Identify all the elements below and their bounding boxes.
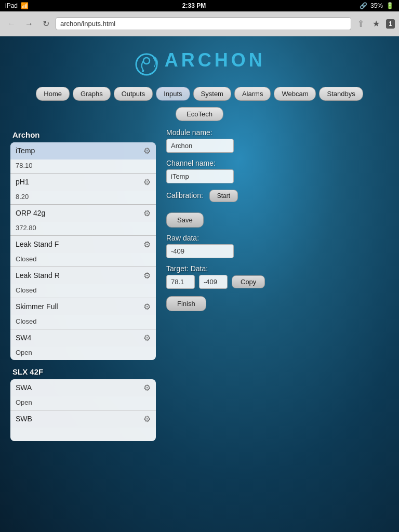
device-header-orp[interactable]: ORP 42g ⚙ (10, 205, 156, 222)
device-name-orp: ORP 42g (16, 209, 45, 217)
device-item-swb[interactable]: SWB ⚙ (10, 410, 156, 441)
nav-inputs[interactable]: Inputs (156, 87, 190, 101)
device-item-skimmer-full[interactable]: Skimmer Full ⚙ Closed (10, 298, 156, 329)
nav-bar: Home Graphs Outputs Inputs System Alarms… (10, 83, 389, 105)
back-button[interactable]: ← (4, 17, 19, 31)
url-input[interactable] (56, 17, 351, 30)
gear-icon-leak-stand-r[interactable]: ⚙ (143, 271, 151, 281)
status-bar-time: 2:33 PM (182, 2, 206, 9)
target-value-input[interactable] (166, 275, 195, 289)
logo-text: ARCHON (165, 49, 265, 71)
raw-data-label: Raw data: (166, 234, 389, 242)
gear-icon-sw4[interactable]: ⚙ (143, 333, 151, 343)
logo-area: ARCHON (10, 42, 389, 83)
main-content: ARCHON Home Graphs Outputs Inputs System… (0, 36, 399, 451)
device-list-archon: iTemp ⚙ 78.10 pH1 ⚙ 8.20 ORP 42g ⚙ (10, 142, 156, 360)
device-item-leak-stand-f[interactable]: Leak Stand F ⚙ Closed (10, 236, 156, 267)
gear-icon-leak-stand-f[interactable]: ⚙ (143, 240, 151, 249)
gear-icon-swa[interactable]: ⚙ (143, 383, 151, 393)
nav-webcam[interactable]: Webcam (274, 87, 316, 101)
gear-icon-ph1[interactable]: ⚙ (143, 177, 151, 187)
gear-icon-swb[interactable]: ⚙ (143, 414, 151, 424)
device-value-leak-stand-f: Closed (10, 253, 156, 267)
svg-point-1 (143, 58, 150, 64)
device-header-sw4[interactable]: SW4 ⚙ (10, 329, 156, 347)
wifi-icon: 📶 (21, 2, 29, 9)
device-item-swa[interactable]: SWA ⚙ Open (10, 379, 156, 410)
device-name-leak-stand-r: Leak Stand R (16, 271, 60, 280)
battery-percent: 35% (370, 2, 383, 9)
calibration-text: Calibration: (166, 191, 203, 200)
config-panel: Module name: Channel name: Calibration: … (166, 128, 389, 446)
finish-button[interactable]: Finish (166, 296, 206, 311)
tab-count[interactable]: 1 (386, 19, 395, 29)
gear-icon-orp[interactable]: ⚙ (143, 208, 151, 218)
device-header-swb[interactable]: SWB ⚙ (10, 410, 156, 428)
nav-alarms[interactable]: Alarms (234, 87, 271, 101)
device-header-swa[interactable]: SWA ⚙ (10, 379, 156, 396)
nav-system[interactable]: System (193, 87, 231, 101)
device-name-skimmer-full: Skimmer Full (16, 302, 58, 311)
device-header-skimmer-full[interactable]: Skimmer Full ⚙ (10, 298, 156, 315)
device-value-swb (10, 428, 156, 441)
save-button[interactable]: Save (166, 212, 204, 228)
refresh-button[interactable]: ↻ (39, 17, 52, 31)
content-area: Archon iTemp ⚙ 78.10 pH1 ⚙ 8.20 (10, 123, 389, 446)
device-value-itemp: 78.10 (10, 159, 156, 173)
module-name-label: Module name: (166, 128, 389, 137)
gear-icon-itemp[interactable]: ⚙ (143, 146, 151, 156)
svg-point-2 (142, 70, 144, 72)
device-value-ph1: 8.20 (10, 191, 156, 204)
copy-button[interactable]: Copy (232, 275, 265, 288)
group-label-slx: SLX 42F (10, 365, 156, 379)
module-name-input[interactable] (166, 139, 234, 153)
device-name-sw4: SW4 (16, 334, 31, 342)
browser-actions: ⇧ ★ (354, 17, 383, 31)
logo-icon (134, 51, 159, 77)
device-value-sw4: Open (10, 347, 156, 360)
browser-bar: ← → ↻ ⇧ ★ 1 (0, 11, 399, 36)
battery-icon: 🔋 (386, 2, 394, 9)
device-header-leak-stand-f[interactable]: Leak Stand F ⚙ (10, 236, 156, 253)
data-value-input[interactable] (199, 275, 228, 289)
nav-outputs[interactable]: Outputs (114, 87, 153, 101)
nav-standbys[interactable]: Standbys (319, 87, 363, 101)
device-value-swa: Open (10, 396, 156, 410)
channel-name-label: Channel name: (166, 159, 389, 167)
share-button[interactable]: ⇧ (354, 17, 367, 31)
device-name-swb: SWB (16, 415, 32, 423)
ecotech-row: EcoTech (10, 107, 389, 121)
device-item-sw4[interactable]: SW4 ⚙ Open (10, 329, 156, 360)
nav-graphs[interactable]: Graphs (73, 87, 111, 101)
device-header-itemp[interactable]: iTemp ⚙ (10, 142, 156, 159)
device-item-leak-stand-r[interactable]: Leak Stand R ⚙ Closed (10, 267, 156, 298)
channel-name-input[interactable] (166, 169, 234, 183)
status-bar: iPad 📶 2:33 PM 🔗 35% 🔋 (0, 0, 399, 11)
ipad-label: iPad (5, 2, 18, 9)
bookmark-button[interactable]: ★ (369, 17, 383, 31)
device-item-itemp[interactable]: iTemp ⚙ 78.10 (10, 142, 156, 174)
device-item-orp[interactable]: ORP 42g ⚙ 372.80 (10, 205, 156, 236)
nav-home[interactable]: Home (36, 87, 70, 101)
calibration-label: Calibration: Start (166, 190, 389, 202)
calibration-start-button[interactable]: Start (209, 190, 238, 202)
device-name-itemp: iTemp (16, 147, 35, 155)
bluetooth-icon: 🔗 (360, 2, 367, 9)
device-list-slx: SWA ⚙ Open SWB ⚙ (10, 379, 156, 441)
device-panel: Archon iTemp ⚙ 78.10 pH1 ⚙ 8.20 (10, 128, 156, 446)
device-header-leak-stand-r[interactable]: Leak Stand R ⚙ (10, 267, 156, 284)
device-name-leak-stand-f: Leak Stand F (16, 240, 59, 248)
raw-data-input[interactable] (166, 244, 234, 258)
status-bar-right: 🔗 35% 🔋 (360, 2, 394, 9)
nav-ecotech[interactable]: EcoTech (176, 107, 223, 121)
target-data-row: Copy (166, 275, 389, 289)
device-value-leak-stand-r: Closed (10, 284, 156, 298)
device-value-skimmer-full: Closed (10, 315, 156, 329)
device-item-ph1[interactable]: pH1 ⚙ 8.20 (10, 174, 156, 205)
device-name-swa: SWA (16, 383, 32, 392)
device-header-ph1[interactable]: pH1 ⚙ (10, 174, 156, 191)
forward-button[interactable]: → (22, 17, 36, 31)
target-data-label: Target: Data: (166, 264, 389, 273)
group-label-archon: Archon (10, 128, 156, 142)
gear-icon-skimmer-full[interactable]: ⚙ (143, 302, 151, 312)
